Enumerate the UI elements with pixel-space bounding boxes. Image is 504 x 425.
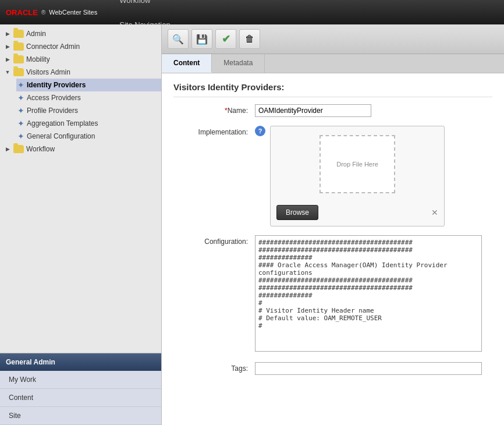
help-mark: ?: [258, 128, 262, 134]
webcenter-brand: WebCenter Sites: [49, 9, 97, 16]
configuration-row: Configuration: #########################…: [173, 235, 492, 353]
name-label: *Name:: [173, 104, 255, 115]
sidebar-item-visitors-admin[interactable]: ▼ Visitors Admin: [0, 66, 161, 79]
oracle-brand: ORACLE: [6, 8, 38, 17]
form-title: Visitors Identity Providers:: [173, 82, 492, 97]
content-area: 🔍 💾 ✔ 🗑 Content Metadata Visitors Identi…: [162, 24, 504, 425]
sidebar-site[interactable]: Site: [0, 407, 161, 425]
delete-icon: 🗑: [245, 34, 254, 44]
sidebar-item-mobility[interactable]: ▶ Mobility: [0, 53, 161, 66]
tags-label: Tags:: [173, 362, 255, 373]
sidebar-item-access-providers[interactable]: ✦ Access Providers: [16, 91, 161, 104]
expand-toggle: ▶: [3, 55, 12, 64]
help-icon[interactable]: ?: [255, 126, 265, 136]
folder-icon: [13, 55, 24, 63]
browse-label: Browse: [286, 208, 309, 217]
sidebar-item-workflow[interactable]: ▶ Workflow: [0, 143, 161, 155]
sidebar-item-identity-providers-label: Identity Providers: [27, 81, 86, 89]
sidebar-item-workflow-label: Workflow: [26, 145, 55, 153]
tab-bar: Content Metadata: [162, 54, 504, 73]
name-field-container: [255, 104, 492, 117]
tags-row: Tags:: [173, 362, 492, 375]
sidebar-item-profile-providers-label: Profile Providers: [27, 107, 78, 115]
top-nav-bar: ORACLE ® WebCenter Sites NewSearchWorkfl…: [0, 0, 504, 24]
sidebar-item-access-providers-label: Access Providers: [27, 94, 81, 102]
drop-zone[interactable]: Drop File Here: [320, 135, 395, 193]
general-admin-label: General Admin: [6, 358, 55, 366]
sidebar-content[interactable]: Content: [0, 389, 161, 407]
browse-button[interactable]: Browse: [276, 205, 318, 220]
form-content: Visitors Identity Providers: *Name: Impl…: [162, 73, 504, 425]
content-label: Content: [9, 394, 33, 402]
implementation-field: ? Drop File Here Browse ✕: [255, 126, 492, 226]
sidebar-item-identity-providers[interactable]: ✦ Identity Providers: [16, 79, 161, 91]
sidebar-general-admin-header[interactable]: General Admin: [0, 353, 161, 371]
tab-content-label: Content: [173, 59, 200, 67]
close-icon[interactable]: ✕: [431, 208, 438, 217]
main-layout: ▶ Admin ▶ Connector Admin ▶ Mobility ▼ V…: [0, 24, 504, 425]
site-label: Site: [9, 412, 21, 420]
sidebar: ▶ Admin ▶ Connector Admin ▶ Mobility ▼ V…: [0, 24, 162, 425]
sidebar-item-general-configuration[interactable]: ✦ General Configuration: [16, 130, 161, 143]
tab-metadata-label: Metadata: [223, 59, 253, 67]
tags-input[interactable]: [255, 362, 482, 375]
sidebar-item-visitors-admin-label: Visitors Admin: [26, 68, 70, 76]
tree-view: ▶ Admin ▶ Connector Admin ▶ Mobility ▼ V…: [0, 24, 161, 353]
my-work-label: My Work: [9, 376, 36, 384]
name-input[interactable]: [255, 104, 371, 117]
approve-button[interactable]: ✔: [215, 29, 236, 49]
sidebar-item-mobility-label: Mobility: [26, 55, 50, 63]
gear-icon: ✦: [17, 106, 24, 115]
implementation-row: Implementation: ? Drop File Here: [173, 126, 492, 226]
sidebar-item-connector-admin-label: Connector Admin: [26, 42, 80, 51]
oracle-logo: ORACLE ® WebCenter Sites: [6, 8, 97, 17]
name-row: *Name:: [173, 104, 492, 117]
upload-actions: Browse ✕: [271, 202, 444, 226]
nav-item-workflow[interactable]: Workflow: [109, 0, 180, 12]
approve-icon: ✔: [222, 33, 230, 45]
sidebar-item-admin[interactable]: ▶ Admin: [0, 27, 161, 40]
tab-content[interactable]: Content: [162, 54, 212, 73]
drop-zone-text: Drop File Here: [336, 161, 378, 168]
toolbar: 🔍 💾 ✔ 🗑: [162, 24, 504, 54]
expand-toggle: ▶: [3, 29, 12, 38]
folder-icon: [13, 30, 24, 38]
sidebar-item-aggregation-templates-label: Aggregation Templates: [27, 119, 98, 128]
expand-toggle: ▶: [3, 144, 12, 154]
upload-box: Drop File Here Browse ✕: [270, 126, 445, 226]
name-label-text: Name:: [228, 107, 248, 115]
logo-separator: ®: [41, 9, 45, 16]
delete-button[interactable]: 🗑: [239, 29, 260, 49]
visitors-admin-children: ✦ Identity Providers ✦ Access Providers …: [0, 79, 161, 143]
implementation-label: Implementation:: [173, 126, 255, 136]
sidebar-item-general-configuration-label: General Configuration: [27, 132, 95, 140]
gear-icon: ✦: [17, 93, 24, 102]
search-button[interactable]: 🔍: [168, 29, 189, 49]
gear-icon: ✦: [17, 119, 24, 128]
folder-icon: [13, 68, 24, 76]
tags-field: [255, 362, 492, 375]
folder-icon: [13, 42, 24, 51]
gear-icon: ✦: [17, 132, 24, 141]
tab-metadata[interactable]: Metadata: [212, 54, 265, 73]
sidebar-my-work[interactable]: My Work: [0, 371, 161, 389]
sidebar-item-admin-label: Admin: [26, 30, 46, 38]
configuration-label: Configuration:: [173, 235, 255, 246]
save-icon: 💾: [196, 34, 208, 45]
sidebar-item-aggregation-templates[interactable]: ✦ Aggregation Templates: [16, 117, 161, 130]
expand-toggle: ▶: [3, 42, 12, 51]
sidebar-bottom-section: General Admin My Work Content Site: [0, 353, 161, 425]
expand-toggle: ▼: [3, 68, 12, 77]
impl-container: ? Drop File Here Browse ✕: [255, 126, 492, 226]
search-icon: 🔍: [172, 34, 184, 45]
folder-icon: [13, 145, 24, 153]
configuration-field: ########################################…: [255, 235, 492, 353]
sidebar-item-profile-providers[interactable]: ✦ Profile Providers: [16, 104, 161, 117]
sidebar-item-connector-admin[interactable]: ▶ Connector Admin: [0, 40, 161, 53]
configuration-textarea[interactable]: ########################################…: [255, 235, 482, 352]
gear-icon: ✦: [17, 80, 24, 90]
save-button[interactable]: 💾: [191, 29, 212, 49]
